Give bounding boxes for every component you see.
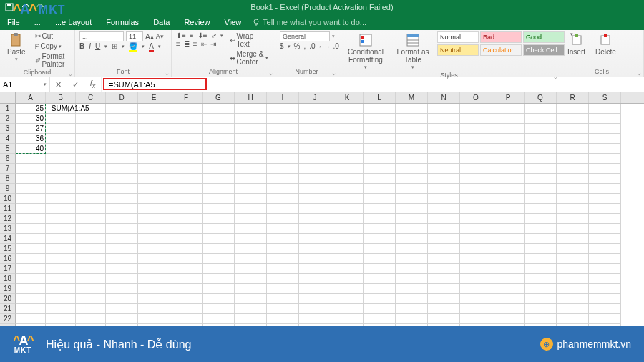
- cell-L21[interactable]: [364, 304, 396, 314]
- cell-D6[interactable]: [106, 154, 138, 164]
- col-header-N[interactable]: N: [428, 92, 460, 103]
- cell-K17[interactable]: [331, 264, 364, 274]
- cell-L3[interactable]: [364, 124, 396, 134]
- cell-R9[interactable]: [557, 184, 589, 194]
- cell-M17[interactable]: [396, 264, 428, 274]
- style-good[interactable]: Good: [523, 31, 565, 43]
- cell-N20[interactable]: [428, 294, 460, 304]
- cell-D2[interactable]: [106, 114, 138, 124]
- cell-H5[interactable]: [235, 144, 267, 154]
- cell-I9[interactable]: [267, 184, 299, 194]
- cell-M21[interactable]: [396, 304, 428, 314]
- cell-M13[interactable]: [396, 224, 428, 234]
- cell-P4[interactable]: [492, 134, 525, 144]
- cell-M10[interactable]: [396, 194, 428, 204]
- cell-M15[interactable]: [396, 244, 428, 254]
- cell-A22[interactable]: [16, 314, 46, 324]
- cell-L18[interactable]: [364, 274, 396, 284]
- cell-P15[interactable]: [492, 244, 525, 254]
- fill-color-button[interactable]: 🪣: [129, 42, 137, 50]
- cell-N16[interactable]: [428, 254, 460, 264]
- cell-Q21[interactable]: [525, 304, 557, 314]
- font-name-select[interactable]: ...: [79, 31, 124, 41]
- cell-M14[interactable]: [396, 234, 428, 244]
- cell-E11[interactable]: [138, 204, 170, 214]
- cell-M4[interactable]: [396, 134, 428, 144]
- cell-Q20[interactable]: [525, 294, 557, 304]
- bold-button[interactable]: B: [79, 42, 84, 50]
- cell-D22[interactable]: [106, 314, 138, 324]
- cell-R3[interactable]: [557, 124, 589, 134]
- cell-I7[interactable]: [267, 164, 299, 174]
- cell-F1[interactable]: [170, 104, 203, 114]
- cell-G18[interactable]: [203, 274, 235, 284]
- cell-C1[interactable]: [76, 104, 106, 114]
- format-painter-button[interactable]: ✐Format Painter: [33, 52, 70, 69]
- cell-K10[interactable]: [331, 194, 364, 204]
- cell-O10[interactable]: [460, 194, 492, 204]
- cell-K19[interactable]: [331, 284, 364, 294]
- cell-C19[interactable]: [76, 284, 106, 294]
- cell-N11[interactable]: [428, 204, 460, 214]
- cell-C4[interactable]: [76, 134, 106, 144]
- col-header-P[interactable]: P: [492, 92, 525, 103]
- cell-P17[interactable]: [492, 264, 525, 274]
- cell-H22[interactable]: [235, 314, 267, 324]
- cell-E5[interactable]: [138, 144, 170, 154]
- cell-B3[interactable]: [46, 124, 76, 134]
- row-header-21[interactable]: 21: [0, 304, 16, 314]
- cell-A1[interactable]: 25: [16, 104, 46, 114]
- underline-button[interactable]: U: [95, 42, 100, 50]
- cell-K11[interactable]: [331, 204, 364, 214]
- cell-J3[interactable]: [299, 124, 331, 134]
- increase-font-icon[interactable]: A▴: [145, 33, 154, 41]
- cell-F2[interactable]: [170, 114, 203, 124]
- cell-F21[interactable]: [170, 304, 203, 314]
- col-header-M[interactable]: M: [396, 92, 428, 103]
- cell-G1[interactable]: [203, 104, 235, 114]
- inc-decimal-icon[interactable]: .0→: [309, 42, 322, 50]
- cell-B7[interactable]: [46, 164, 76, 174]
- style-bad[interactable]: Bad: [480, 31, 522, 43]
- cell-D7[interactable]: [106, 164, 138, 174]
- cell-I11[interactable]: [267, 204, 299, 214]
- cell-A15[interactable]: [16, 244, 46, 254]
- cell-D10[interactable]: [106, 194, 138, 204]
- copy-button[interactable]: ⎘Copy ▾: [33, 41, 70, 51]
- cell-I4[interactable]: [267, 134, 299, 144]
- cell-K6[interactable]: [331, 154, 364, 164]
- cell-K15[interactable]: [331, 244, 364, 254]
- cell-A12[interactable]: [16, 214, 46, 224]
- cell-F22[interactable]: [170, 314, 203, 324]
- cell-F15[interactable]: [170, 244, 203, 254]
- col-header-S[interactable]: S: [589, 92, 621, 103]
- tab-review[interactable]: Review: [177, 14, 217, 30]
- cell-F3[interactable]: [170, 124, 203, 134]
- cell-S9[interactable]: [589, 184, 621, 194]
- cell-I15[interactable]: [267, 244, 299, 254]
- cell-K5[interactable]: [331, 144, 364, 154]
- cell-B15[interactable]: [46, 244, 76, 254]
- cell-H10[interactable]: [235, 194, 267, 204]
- cell-S6[interactable]: [589, 154, 621, 164]
- cell-E2[interactable]: [138, 114, 170, 124]
- cell-C22[interactable]: [76, 314, 106, 324]
- cell-D14[interactable]: [106, 234, 138, 244]
- cell-R19[interactable]: [557, 284, 589, 294]
- cell-K21[interactable]: [331, 304, 364, 314]
- cell-A13[interactable]: [16, 224, 46, 234]
- cell-H18[interactable]: [235, 274, 267, 284]
- cell-H15[interactable]: [235, 244, 267, 254]
- cell-L4[interactable]: [364, 134, 396, 144]
- cell-J9[interactable]: [299, 184, 331, 194]
- cell-G21[interactable]: [203, 304, 235, 314]
- cell-O19[interactable]: [460, 284, 492, 294]
- cell-N15[interactable]: [428, 244, 460, 254]
- cell-B18[interactable]: [46, 274, 76, 284]
- cell-O7[interactable]: [460, 164, 492, 174]
- cell-S3[interactable]: [589, 124, 621, 134]
- cell-H21[interactable]: [235, 304, 267, 314]
- cell-G17[interactable]: [203, 264, 235, 274]
- cell-M16[interactable]: [396, 254, 428, 264]
- cell-R10[interactable]: [557, 194, 589, 204]
